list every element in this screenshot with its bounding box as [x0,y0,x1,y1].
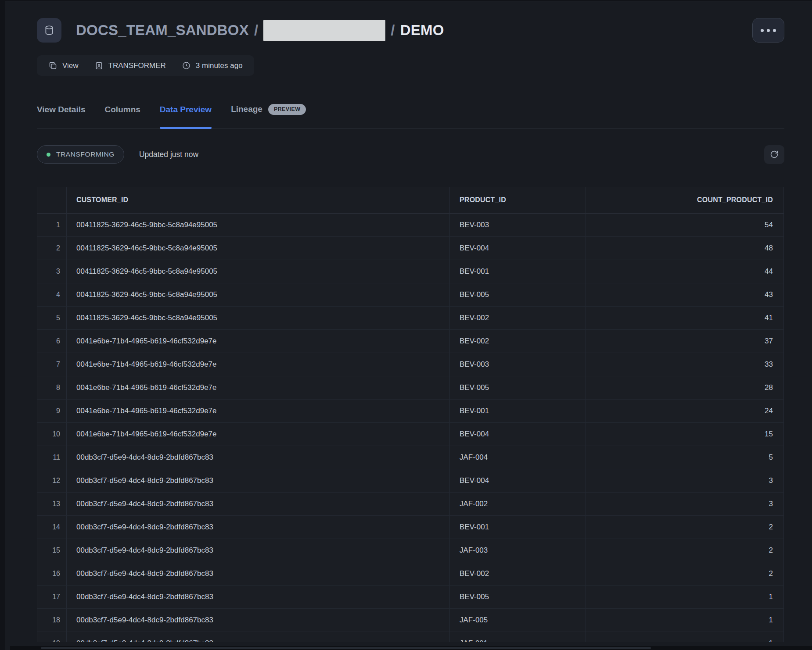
table-row: 17 00db3cf7-d5e9-4dc4-8dc9-2bdfd867bc83 … [37,586,784,609]
customer-id-cell: 00db3cf7-d5e9-4dc4-8dc9-2bdfd867bc83 [67,586,450,609]
row-number-cell: 2 [37,237,67,260]
tab-label: Columns [105,104,140,115]
row-number-cell: 3 [37,260,67,283]
breadcrumb-separator: / [391,22,395,39]
customer-id-cell: 00db3cf7-d5e9-4dc4-8dc9-2bdfd867bc83 [67,539,450,562]
product-id-cell: BEV-001 [450,400,586,423]
customer-id-cell: 00db3cf7-d5e9-4dc4-8dc9-2bdfd867bc83 [67,516,450,539]
tab-view-details[interactable]: View Details [37,104,86,128]
count-cell: 5 [586,446,784,469]
customer-id-cell: 0041e6be-71b4-4965-b619-46cf532d9e7e [67,423,450,446]
header-left: DOCS_TEAM_SANDBOX / / DEMO [37,18,444,43]
product-id-cell: BEV-002 [450,307,586,330]
product-id-cell: BEV-002 [450,330,586,353]
column-header-product-id: PRODUCT_ID [450,187,586,214]
row-number-cell: 14 [37,516,67,539]
count-cell: 48 [586,237,784,260]
product-id-cell: BEV-001 [450,260,586,283]
scrollbar-thumb[interactable] [41,647,651,649]
count-cell: 1 [586,632,784,642]
product-id-cell: BEV-004 [450,423,586,446]
page-title: DOCS_TEAM_SANDBOX / / DEMO [76,20,444,41]
table-row: 14 00db3cf7-d5e9-4dc4-8dc9-2bdfd867bc83 … [37,516,784,539]
customer-id-cell: 00411825-3629-46c5-9bbc-5c8a94e95005 [67,214,450,237]
object-type-badge: View [48,61,79,70]
row-number-cell: 17 [37,586,67,609]
table-row: 2 00411825-3629-46c5-9bbc-5c8a94e95005 B… [37,237,784,260]
customer-id-cell: 0041e6be-71b4-4965-b619-46cf532d9e7e [67,376,450,400]
header: DOCS_TEAM_SANDBOX / / DEMO [37,18,784,43]
row-number-header [37,187,67,214]
row-number-cell: 13 [37,493,67,516]
table-row: 12 00db3cf7-d5e9-4dc4-8dc9-2bdfd867bc83 … [37,469,784,493]
customer-id-cell: 00411825-3629-46c5-9bbc-5c8a94e95005 [67,237,450,260]
table-row: 15 00db3cf7-d5e9-4dc4-8dc9-2bdfd867bc83 … [37,539,784,562]
ellipsis-icon [761,29,764,32]
table-row: 16 00db3cf7-d5e9-4dc4-8dc9-2bdfd867bc83 … [37,562,784,586]
database-icon [43,25,55,36]
product-id-cell: BEV-004 [450,469,586,493]
product-id-cell: JAF-002 [450,493,586,516]
horizontal-scrollbar[interactable] [10,646,812,650]
tab-data-preview[interactable]: Data Preview [160,104,212,128]
row-number-cell: 11 [37,446,67,469]
customer-id-cell: 0041e6be-71b4-4965-b619-46cf532d9e7e [67,330,450,353]
refresh-button[interactable] [764,145,784,164]
product-id-cell: BEV-005 [450,586,586,609]
row-number-cell: 6 [37,330,67,353]
table-row: 11 00db3cf7-d5e9-4dc4-8dc9-2bdfd867bc83 … [37,446,784,469]
row-number-cell: 5 [37,307,67,330]
tab-label: Lineage [231,104,262,114]
customer-id-cell: 0041e6be-71b4-4965-b619-46cf532d9e7e [67,353,450,376]
entity-type-tile [37,18,61,43]
customer-id-cell: 00411825-3629-46c5-9bbc-5c8a94e95005 [67,260,450,283]
row-number-cell: 4 [37,283,67,307]
row-number-cell: 7 [37,353,67,376]
last-updated-label: 3 minutes ago [196,61,243,70]
customer-id-cell: 00db3cf7-d5e9-4dc4-8dc9-2bdfd867bc83 [67,446,450,469]
customer-id-cell: 0041e6be-71b4-4965-b619-46cf532d9e7e [67,400,450,423]
status-dot-icon [47,153,50,157]
table-row: 19 00db3cf7-d5e9-4dc4-8dc9-2bdfd867bc83 … [37,632,784,642]
ellipsis-icon [773,29,776,32]
table-row: 3 00411825-3629-46c5-9bbc-5c8a94e95005 B… [37,260,784,283]
tabs: View Details Columns Data Preview Lineag… [37,104,784,129]
row-number-cell: 1 [37,214,67,237]
status-badge: TRANSFORMING [37,145,124,164]
breadcrumb-object: DEMO [400,22,444,39]
customer-id-cell: 00db3cf7-d5e9-4dc4-8dc9-2bdfd867bc83 [67,609,450,632]
content-area: DOCS_TEAM_SANDBOX / / DEMO View [5,1,812,642]
row-number-cell: 12 [37,469,67,493]
meta-bar: View TRANSFORMER 3 minutes ago [37,55,254,76]
row-number-cell: 16 [37,562,67,586]
product-id-cell: BEV-005 [450,283,586,307]
customer-id-cell: 00db3cf7-d5e9-4dc4-8dc9-2bdfd867bc83 [67,469,450,493]
count-cell: 2 [586,516,784,539]
tab-columns[interactable]: Columns [105,104,140,128]
table-row: 9 0041e6be-71b4-4965-b619-46cf532d9e7e B… [37,400,784,423]
more-actions-button[interactable] [752,18,784,43]
clock-icon [182,61,191,70]
table-row: 4 00411825-3629-46c5-9bbc-5c8a94e95005 B… [37,283,784,307]
owner-role-label: TRANSFORMER [108,61,166,70]
product-id-cell: JAF-003 [450,539,586,562]
count-cell: 2 [586,562,784,586]
count-cell: 3 [586,493,784,516]
count-cell: 43 [586,283,784,307]
table-body: 1 00411825-3629-46c5-9bbc-5c8a94e95005 B… [37,214,784,642]
table-row: 1 00411825-3629-46c5-9bbc-5c8a94e95005 B… [37,214,784,237]
count-cell: 54 [586,214,784,237]
refresh-icon [769,150,779,159]
tab-label: View Details [37,104,86,115]
product-id-cell: BEV-004 [450,237,586,260]
tab-lineage[interactable]: Lineage PREVIEW [231,104,306,128]
product-id-cell: BEV-003 [450,353,586,376]
data-preview-table[interactable]: CUSTOMER_ID PRODUCT_ID COUNT_PRODUCT_ID … [37,187,784,642]
column-header-customer-id: CUSTOMER_ID [67,187,450,214]
table-row: 7 0041e6be-71b4-4965-b619-46cf532d9e7e B… [37,353,784,376]
customer-id-cell: 00db3cf7-d5e9-4dc4-8dc9-2bdfd867bc83 [67,632,450,642]
table-row: 8 0041e6be-71b4-4965-b619-46cf532d9e7e B… [37,376,784,400]
count-cell: 3 [586,469,784,493]
count-cell: 1 [586,586,784,609]
id-badge-icon [94,61,104,70]
